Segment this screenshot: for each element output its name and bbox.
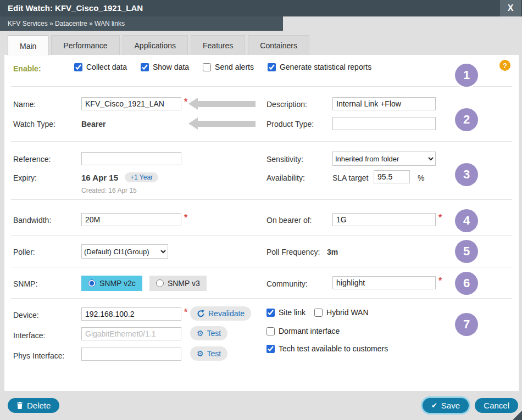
- product-type-label: Product Type:: [266, 120, 314, 128]
- section-divider: [11, 267, 512, 267]
- step-badge-3: 3: [455, 163, 478, 186]
- expiry-date: 16 Apr 15: [81, 173, 118, 182]
- sla-target-label: SLA target: [332, 173, 368, 182]
- interface-test-button[interactable]: ⚙ Test: [190, 326, 227, 340]
- tab-containers[interactable]: Containers: [248, 35, 309, 55]
- breadcrumb: KFV Services » Datacentre » WAN links: [8, 20, 125, 27]
- checkbox-generate-reports[interactable]: Generate statistical reports: [268, 63, 371, 71]
- step-badge-1: 1: [455, 64, 478, 87]
- radio-snmp-v3[interactable]: SNMP v3: [149, 276, 207, 291]
- step-badge-7: 7: [455, 313, 478, 336]
- poll-frequency-label: Poll Frequency:: [266, 248, 320, 256]
- on-bearer-input[interactable]: [332, 213, 436, 226]
- tab-main[interactable]: Main: [8, 35, 48, 56]
- snmp-radio-group: SNMP v2c SNMP v3: [81, 276, 207, 291]
- name-label: Name:: [13, 100, 36, 109]
- tab-features[interactable]: Features: [191, 35, 245, 55]
- checkbox-site-link[interactable]: Site link: [266, 308, 306, 317]
- poller-select[interactable]: (Default) CI1(Group): [81, 244, 168, 259]
- enable-label: Enable:: [13, 64, 41, 73]
- description-label: Description:: [266, 100, 307, 109]
- reference-input[interactable]: [81, 152, 181, 165]
- bandwidth-required-asterisk: *: [184, 213, 187, 223]
- section-divider: [11, 298, 512, 299]
- assign-arrow-icon: [188, 117, 256, 130]
- section-divider: [11, 141, 512, 142]
- refresh-icon: [197, 310, 205, 318]
- on-bearer-label: On bearer of:: [266, 216, 312, 225]
- step-badge-2: 2: [455, 108, 478, 131]
- interface-input[interactable]: [81, 327, 181, 340]
- on-bearer-required-asterisk: *: [438, 213, 442, 223]
- description-input[interactable]: [332, 97, 436, 110]
- close-button[interactable]: X: [500, 0, 521, 16]
- tabs: Main Performance Applications Features C…: [8, 35, 309, 55]
- bandwidth-input[interactable]: [81, 213, 181, 226]
- form-content: Enable: Collect data Show data Send aler…: [4, 55, 519, 391]
- help-icon[interactable]: ?: [499, 60, 510, 71]
- sensitivity-select[interactable]: Inherited from folder: [332, 152, 436, 166]
- expiry-label: Expiry:: [13, 173, 37, 182]
- title-bar: Edit Watch: KFV_Cisco_1921_LAN: [0, 0, 522, 16]
- checkbox-hybrid-wan[interactable]: Hybrid WAN: [314, 308, 369, 317]
- phys-interface-label: Phys Interface:: [13, 351, 64, 360]
- breadcrumb-bar: KFV Services » Datacentre » WAN links: [0, 16, 283, 31]
- community-required-asterisk: *: [438, 276, 442, 286]
- tab-strip: Main Performance Applications Features C…: [0, 31, 522, 55]
- phys-interface-input[interactable]: [81, 348, 181, 361]
- radio-snmp-v2c[interactable]: SNMP v2c: [81, 276, 142, 291]
- sla-unit: %: [418, 173, 424, 182]
- checkbox-collect-data[interactable]: Collect data: [74, 63, 127, 71]
- checkbox-tech-test[interactable]: Tech test available to customers: [266, 344, 388, 353]
- community-input[interactable]: [332, 276, 436, 289]
- resize-handle[interactable]: [513, 411, 522, 420]
- checkbox-send-alerts[interactable]: Send alerts: [203, 63, 254, 71]
- phys-interface-test-button[interactable]: ⚙ Test: [190, 346, 227, 361]
- plus-year-button[interactable]: +1 Year: [125, 172, 158, 182]
- checkbox-show-data[interactable]: Show data: [141, 63, 189, 71]
- name-required-asterisk: *: [184, 97, 187, 107]
- community-label: Community:: [266, 279, 308, 288]
- device-required-asterisk: *: [184, 307, 187, 317]
- device-input[interactable]: [81, 307, 181, 321]
- checkbox-dormant-interface[interactable]: Dormant interface: [266, 327, 340, 335]
- tab-performance[interactable]: Performance: [51, 35, 119, 55]
- watch-type-value: Bearer: [81, 120, 105, 128]
- step-badge-4: 4: [455, 209, 478, 232]
- revalidate-button[interactable]: Revalidate: [190, 306, 251, 321]
- sensitivity-label: Sensitivity:: [266, 155, 303, 164]
- step-badge-6: 6: [455, 272, 478, 295]
- link-flags-row: Site link Hybrid WAN: [266, 308, 369, 317]
- name-input[interactable]: [81, 97, 181, 110]
- assign-arrow-icon: [188, 98, 256, 110]
- save-button[interactable]: ✔ Save: [423, 398, 469, 413]
- step-badge-5: 5: [455, 240, 478, 263]
- poll-frequency-value: 3m: [327, 248, 338, 256]
- device-label: Device:: [13, 311, 39, 320]
- created-date: Created: 16 Apr 15: [81, 187, 137, 194]
- gear-icon: ⚙: [197, 350, 204, 357]
- gear-icon: ⚙: [197, 329, 204, 337]
- sla-target-input[interactable]: [374, 170, 410, 183]
- dialog-title: Edit Watch: KFV_Cisco_1921_LAN: [8, 3, 143, 13]
- interface-label: Interface:: [13, 331, 45, 340]
- delete-button[interactable]: Delete: [8, 398, 59, 413]
- bandwidth-label: Bandwidth:: [13, 216, 51, 225]
- watch-type-label: Watch Type:: [13, 120, 55, 128]
- footer-bar: Delete ✔ Save Cancel: [0, 391, 522, 420]
- product-type-input[interactable]: [332, 117, 436, 130]
- tab-applications[interactable]: Applications: [123, 35, 188, 55]
- section-divider: [11, 235, 512, 236]
- snmp-label: SNMP:: [13, 279, 37, 288]
- availability-label: Availability:: [266, 173, 305, 182]
- edit-watch-dialog: Edit Watch: KFV_Cisco_1921_LAN X KFV Ser…: [0, 0, 522, 420]
- poller-label: Poller:: [13, 248, 35, 256]
- trash-icon: [16, 402, 23, 409]
- section-divider: [11, 199, 512, 200]
- close-icon: X: [508, 3, 514, 13]
- reference-label: Reference:: [13, 155, 51, 164]
- section-divider: [11, 86, 512, 87]
- check-icon: ✔: [431, 402, 437, 409]
- enable-checkbox-group: Collect data Show data Send alerts Gener…: [74, 63, 371, 71]
- cancel-button[interactable]: Cancel: [475, 398, 518, 413]
